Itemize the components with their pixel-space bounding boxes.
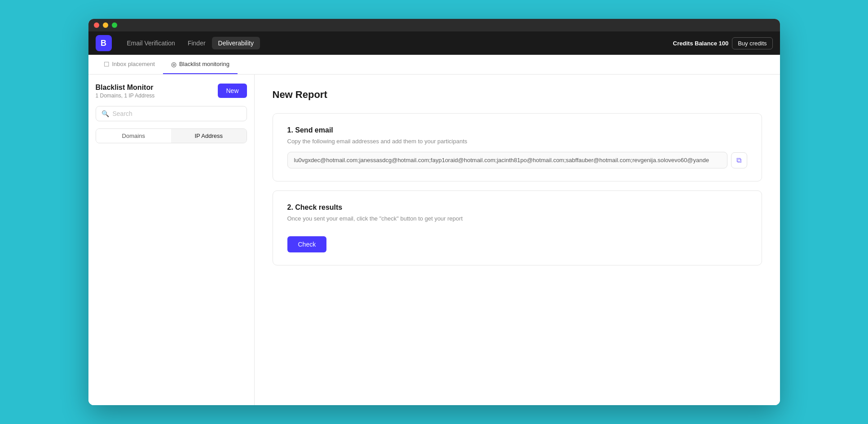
tab-pill-ip-address[interactable]: IP Address (171, 129, 247, 143)
tab-blacklist-monitoring-label: Blacklist monitoring (179, 61, 229, 67)
search-box: 🔍 (96, 106, 247, 121)
email-field-row: lu0vgxdec@hotmail.com;janessasdcg@hotmai… (287, 152, 747, 168)
logo-text: B (101, 39, 106, 48)
tab-blacklist-monitoring[interactable]: ◎ Blacklist monitoring (163, 55, 238, 74)
step1-desc: Copy the following email addresses and a… (287, 138, 747, 145)
sidebar-subtitle: 1 Domains, 1 IP Address (96, 93, 155, 99)
credits-area: Credits Balance 100 Buy credits (673, 37, 773, 49)
step1-title: 1. Send email (287, 126, 747, 134)
page-title: New Report (273, 89, 762, 101)
tab-inbox-placement[interactable]: ☐ Inbox placement (96, 55, 163, 74)
nav-finder[interactable]: Finder (181, 37, 212, 49)
maximize-button[interactable] (112, 22, 117, 28)
copy-button[interactable]: ⧉ (731, 152, 747, 168)
sidebar: Blacklist Monitor 1 Domains, 1 IP Addres… (88, 75, 255, 405)
main-content: New Report 1. Send email Copy the follow… (255, 75, 780, 405)
titlebar (88, 19, 780, 31)
check-button[interactable]: Check (287, 236, 327, 252)
nav-deliverability[interactable]: Deliverability (212, 37, 260, 49)
new-button[interactable]: New (218, 84, 247, 98)
search-icon: 🔍 (101, 110, 109, 117)
tabbar: ☐ Inbox placement ◎ Blacklist monitoring (88, 55, 780, 75)
search-input[interactable] (113, 110, 241, 117)
sidebar-header: Blacklist Monitor 1 Domains, 1 IP Addres… (96, 84, 247, 99)
inbox-placement-icon: ☐ (104, 61, 110, 68)
navbar: B Email Verification Finder Deliverabili… (88, 31, 780, 55)
main-layout: Blacklist Monitor 1 Domains, 1 IP Addres… (88, 75, 780, 405)
step2-desc: Once you sent your email, click the "che… (287, 215, 747, 222)
filter-tabs: Domains IP Address (96, 128, 247, 143)
step2-title: 2. Check results (287, 203, 747, 212)
tab-pill-domains[interactable]: Domains (96, 129, 172, 143)
app-window: B Email Verification Finder Deliverabili… (88, 19, 780, 405)
nav-email-verification[interactable]: Email Verification (121, 37, 181, 49)
logo: B (96, 35, 112, 51)
close-button[interactable] (94, 22, 99, 28)
email-field: lu0vgxdec@hotmail.com;janessasdcg@hotmai… (287, 152, 727, 168)
buy-credits-button[interactable]: Buy credits (732, 37, 772, 49)
credits-label: Credits Balance 100 (673, 40, 729, 47)
blacklist-monitoring-icon: ◎ (171, 61, 176, 68)
sidebar-title-block: Blacklist Monitor 1 Domains, 1 IP Addres… (96, 84, 155, 99)
check-results-card: 2. Check results Once you sent your emai… (273, 190, 762, 265)
tab-inbox-placement-label: Inbox placement (112, 61, 155, 67)
send-email-card: 1. Send email Copy the following email a… (273, 113, 762, 181)
sidebar-title: Blacklist Monitor (96, 84, 155, 92)
minimize-button[interactable] (103, 22, 108, 28)
